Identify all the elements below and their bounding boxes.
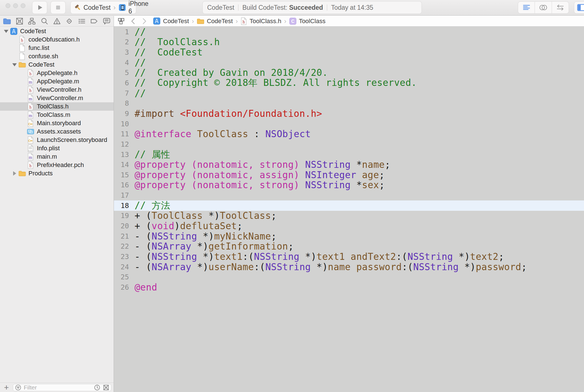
navigator-tab-tests[interactable]: [65, 17, 73, 25]
navigator-panel-toggle[interactable]: [574, 1, 584, 14]
tree-item-CodeTest[interactable]: CodeTest: [0, 61, 114, 69]
tree-item-main.m[interactable]: mmain.m: [0, 153, 114, 161]
source-control-filter-button[interactable]: [103, 384, 109, 391]
tree-item-LaunchScreen.storyboard[interactable]: LaunchScreen.storyboard: [0, 136, 114, 144]
tree-item-codeObfuscation.h[interactable]: hcodeObfuscation.h: [0, 35, 114, 44]
tree-item-Main.storyboard[interactable]: Main.storyboard: [0, 119, 114, 127]
line-number: 21: [114, 232, 129, 240]
line-number: 14: [114, 161, 129, 169]
tree-item-Info.plist[interactable]: PLISTInfo.plist: [0, 144, 114, 153]
navigator-tab-find[interactable]: [40, 17, 49, 25]
navigator-tab-issues[interactable]: [53, 17, 61, 25]
recent-files-filter-button[interactable]: [94, 384, 100, 391]
filter-field[interactable]: Filter: [13, 384, 111, 391]
close-button[interactable]: [6, 3, 10, 8]
navigator-tab-symbols[interactable]: [28, 17, 36, 25]
tree-item-ViewController.h[interactable]: hViewController.h: [0, 86, 114, 94]
breadcrumb-ToolClass.h[interactable]: hToolClass.h: [241, 17, 281, 25]
code-line-2[interactable]: 2// ToolClass.h: [114, 37, 584, 47]
tree-item-confuse.sh[interactable]: confuse.sh: [0, 52, 114, 61]
code-line-16[interactable]: 16@property (nonatomic, strong) NSString…: [114, 180, 584, 190]
code-line-26[interactable]: 26@end: [114, 282, 584, 292]
tree-item-Assets.xcassets[interactable]: Assets.xcassets: [0, 127, 114, 136]
scheme-selector[interactable]: CodeTest › iPhone 6: [70, 1, 136, 14]
navigator-tab-debug[interactable]: [78, 17, 86, 25]
code-line-25[interactable]: 25: [114, 272, 584, 282]
code-text: + (ToolClass *)ToolClass;: [129, 210, 277, 221]
breadcrumbs: CodeTest›CodeTest› hToolClass.h›CToolCla…: [153, 17, 325, 25]
breadcrumb-ToolClass[interactable]: CToolClass: [289, 18, 325, 25]
code-text: @property (nonatomic, assign) NSInteger …: [129, 170, 385, 180]
stop-icon: [54, 3, 62, 12]
code-line-7[interactable]: 7//: [114, 88, 584, 98]
code-line-3[interactable]: 3// CodeTest: [114, 47, 584, 57]
tree-item-label: CodeTest: [28, 61, 54, 68]
folder-file-icon: [18, 170, 26, 177]
status-divider: [238, 4, 238, 11]
tree-item-AppDelegate.h[interactable]: hAppDelegate.h: [0, 69, 114, 77]
code-line-10[interactable]: 10: [114, 119, 584, 129]
code-line-12[interactable]: 12: [114, 139, 584, 149]
tree-item-func.list[interactable]: func.list: [0, 44, 114, 52]
tree-item-ToolClass.m[interactable]: mToolClass.m: [0, 111, 114, 119]
minimize-button[interactable]: [13, 3, 18, 8]
version-editor-icon: [556, 4, 565, 11]
navigator-tab-source-control[interactable]: [15, 17, 24, 25]
code-line-22[interactable]: 22- (NSArray *)getInformation;: [114, 241, 584, 251]
zoom-button[interactable]: [21, 3, 25, 8]
code-line-11[interactable]: 11@interface ToolClass : NSObject: [114, 129, 584, 139]
code-line-9[interactable]: 9#import <Foundation/Foundation.h>: [114, 108, 584, 119]
line-number: 15: [114, 171, 129, 179]
code-line-23[interactable]: 23- (NSString *)text1:(NSString *)text1 …: [114, 251, 584, 262]
standard-editor-button[interactable]: [518, 1, 535, 14]
version-editor-button[interactable]: [552, 1, 569, 14]
code-line-18[interactable]: 18// 方法: [114, 200, 584, 211]
code-line-13[interactable]: 13// 属性: [114, 149, 584, 160]
stop-button[interactable]: [51, 1, 66, 14]
line-number: 8: [114, 99, 129, 107]
code-line-21[interactable]: 21- (NSString *)myNickName;: [114, 231, 584, 241]
tree-item-PrefixHeader.pch[interactable]: hPrefixHeader.pch: [0, 161, 114, 169]
tree-item-AppDelegate.m[interactable]: mAppDelegate.m: [0, 77, 114, 86]
m-file-icon: m: [26, 94, 35, 102]
tree-item-ViewController.m[interactable]: mViewController.m: [0, 94, 114, 102]
code-line-5[interactable]: 5// Created by Gavin on 2018/4/20.: [114, 68, 584, 78]
go-forward-button[interactable]: [141, 18, 147, 25]
code-line-20[interactable]: 20+ (void)deflutaSet;: [114, 221, 584, 231]
run-button[interactable]: [32, 1, 47, 14]
tree-item-Products[interactable]: Products: [0, 169, 114, 178]
line-number: 4: [114, 59, 129, 67]
disclosure-triangle[interactable]: [3, 30, 9, 33]
svg-text:C: C: [291, 19, 295, 24]
svg-text:PLIST: PLIST: [28, 150, 33, 152]
code-line-19[interactable]: 19+ (ToolClass *)ToolClass;: [114, 211, 584, 221]
navigator-filter-bar: + Filter: [0, 383, 114, 392]
window-controls: [6, 3, 25, 8]
tree-item-label: ViewController.h: [37, 86, 82, 93]
disclosure-triangle[interactable]: [11, 171, 18, 176]
code-line-4[interactable]: 4//: [114, 57, 584, 68]
related-items-icon[interactable]: [117, 17, 125, 25]
add-button[interactable]: +: [3, 384, 10, 391]
breadcrumb-CodeTest[interactable]: CodeTest: [197, 18, 233, 25]
go-back-button[interactable]: [130, 18, 136, 25]
tree-item-CodeTest[interactable]: CodeTest: [0, 27, 114, 35]
navigator-tab-project[interactable]: [3, 17, 11, 25]
breadcrumb-CodeTest[interactable]: CodeTest: [153, 17, 189, 25]
code-line-1[interactable]: 1//: [114, 27, 584, 37]
navigator-tab-breakpoints[interactable]: [90, 17, 98, 25]
navigator-tab-reports[interactable]: [102, 17, 111, 25]
code-line-15[interactable]: 15@property (nonatomic, assign) NSIntege…: [114, 170, 584, 180]
source-editor[interactable]: 1//2// ToolClass.h3// CodeTest4//5// Cre…: [114, 26, 584, 392]
code-line-6[interactable]: 6// Copyright © 2018年 BLSDZ. All rights …: [114, 78, 584, 88]
assistant-editor-button[interactable]: [535, 1, 552, 14]
disclosure-triangle[interactable]: [11, 63, 18, 66]
code-line-17[interactable]: 17: [114, 190, 584, 200]
line-number: 9: [114, 110, 129, 118]
code-line-14[interactable]: 14@property (nonatomic, strong) NSString…: [114, 159, 584, 170]
xcode-window: CodeTest › iPhone 6 CodeTest Build CodeT…: [0, 0, 584, 392]
code-line-24[interactable]: 24- (NSArray *)userName:(NSString *)name…: [114, 262, 584, 272]
code-line-8[interactable]: 8: [114, 98, 584, 108]
destination-device-icon: [118, 4, 126, 11]
tree-item-ToolClass.h[interactable]: hToolClass.h: [0, 102, 114, 111]
